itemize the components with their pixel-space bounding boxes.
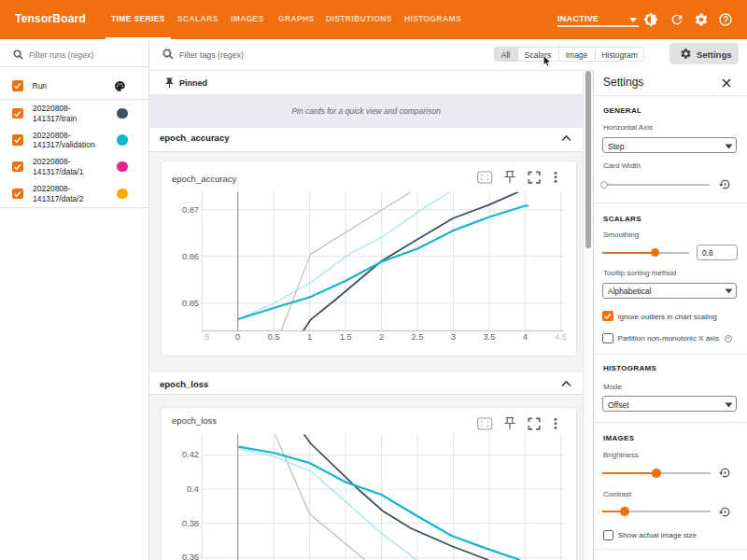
svg-text:?: ? [726,335,729,341]
svg-text:3.5: 3.5 [483,332,495,342]
svg-text:0.87: 0.87 [182,205,199,215]
svg-text:0.5: 0.5 [268,332,280,342]
svg-text:2.5: 2.5 [412,332,424,342]
svg-text:0.36: 0.36 [182,553,199,560]
svg-text:4: 4 [523,332,528,342]
svg-text:0.38: 0.38 [182,519,199,528]
svg-text:0: 0 [235,332,240,342]
svg-text:3: 3 [451,332,456,342]
svg-text:0.42: 0.42 [182,450,199,459]
svg-text:0.85: 0.85 [182,299,199,308]
svg-text:1: 1 [307,332,312,342]
svg-text:-0.5: -0.5 [194,332,209,342]
svg-text:1.5: 1.5 [340,332,352,342]
svg-text:0.4: 0.4 [187,484,199,494]
svg-text:4.5: 4.5 [555,332,567,342]
svg-text:2: 2 [379,332,384,342]
svg-text:0.86: 0.86 [182,252,199,261]
